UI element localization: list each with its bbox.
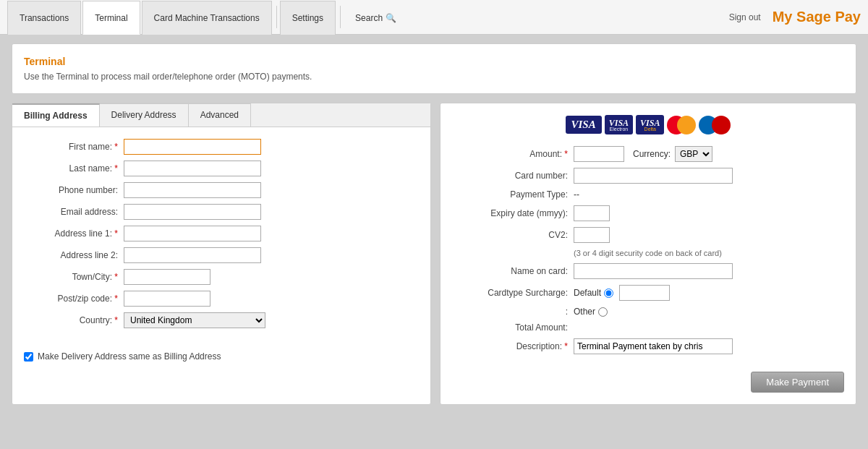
address1-row: Address line 1: *: [24, 226, 419, 241]
phone-row: Phone number:: [24, 182, 419, 198]
other-radio[interactable]: [598, 307, 608, 317]
address1-label: Address line 1: *: [24, 228, 118, 239]
make-payment-button[interactable]: Make Payment: [751, 372, 844, 393]
address2-input[interactable]: [124, 247, 261, 263]
tab-terminal[interactable]: Terminal: [82, 1, 140, 35]
cv2-row: CV2:: [452, 227, 844, 243]
cardtype-surcharge-row: Cardtype Surcharge: Default: [452, 285, 844, 301]
postcode-row: Post/zip code: *: [24, 291, 419, 307]
name-on-card-row: Name on card:: [452, 263, 844, 279]
address2-label: Address line 2:: [24, 250, 118, 260]
other-label: Other: [574, 307, 595, 317]
sign-out-link[interactable]: Sign out: [729, 12, 761, 22]
cardtype-surcharge-label: Cardtype Surcharge:: [452, 288, 568, 298]
expiry-label: Expiry date (mmyy):: [452, 208, 568, 218]
top-right-area: Sign out My Sage Pay: [729, 9, 861, 25]
visa-classic-logo: VISA: [566, 116, 602, 134]
first-name-input[interactable]: [124, 139, 261, 155]
town-label: Town/City: *: [24, 272, 118, 282]
delivery-same-label: Make Delivery Address same as Billing Ad…: [38, 351, 221, 362]
billing-tabs: Billing Address Delivery Address Advance…: [12, 103, 430, 127]
tab-transactions[interactable]: Transactions: [7, 1, 81, 35]
currency-label: Currency:: [633, 149, 671, 159]
billing-address-form: First name: * Last name: * Phone number:: [12, 127, 430, 346]
first-name-label: First name: *: [24, 142, 118, 152]
other-colon-label: :: [452, 307, 568, 317]
payment-type-label: Payment Type:: [452, 189, 568, 200]
town-input[interactable]: [124, 269, 210, 285]
description-row: Description: *: [452, 338, 844, 354]
country-label: Country: *: [24, 315, 118, 325]
main-content: Terminal Use the Terminal to process mai…: [0, 35, 868, 414]
required-indicator: *: [114, 142, 118, 152]
payment-type-row: Payment Type: --: [452, 189, 844, 200]
delivery-same-checkbox-row: Make Delivery Address same as Billing Ad…: [12, 346, 430, 367]
email-input[interactable]: [124, 204, 261, 220]
description-label: Description: *: [452, 341, 568, 351]
description-input[interactable]: [574, 338, 733, 354]
other-surcharge-row: : Other: [452, 307, 844, 317]
town-row: Town/City: *: [24, 269, 419, 285]
email-label: Email address:: [24, 207, 118, 217]
mastercard-logo: [667, 116, 696, 134]
amount-label: Amount: *: [452, 149, 568, 159]
last-name-row: Last name: *: [24, 161, 419, 176]
default-radio[interactable]: [604, 288, 613, 298]
tab-advanced[interactable]: Advanced: [189, 103, 251, 127]
phone-label: Phone number:: [24, 185, 118, 195]
cv2-label: CV2:: [452, 230, 568, 240]
brand-logo: My Sage Pay: [773, 9, 861, 25]
tab-card-machine-transactions[interactable]: Card Machine Transactions: [142, 1, 272, 35]
total-amount-label: Total Amount:: [452, 322, 568, 333]
name-on-card-input[interactable]: [574, 263, 733, 279]
maestro-logo: [699, 116, 731, 134]
visa-delta-logo: VISA Delta: [636, 115, 664, 134]
visa-electron-logo: VISA Electron: [605, 115, 633, 134]
right-panel: VISA VISA Electron VISA Delta: [440, 103, 856, 405]
top-navigation: Transactions Terminal Card Machine Trans…: [0, 0, 868, 35]
name-on-card-label: Name on card:: [452, 266, 568, 276]
cv2-input[interactable]: [574, 227, 610, 243]
tab-billing-address[interactable]: Billing Address: [12, 103, 100, 127]
other-radio-item: Other: [574, 307, 608, 317]
left-panel: Billing Address Delivery Address Advance…: [12, 103, 431, 405]
country-row: Country: * United Kingdom: [24, 312, 419, 328]
nav-tabs: Transactions Terminal Card Machine Trans…: [7, 0, 409, 34]
nav-separator-2: [340, 6, 341, 28]
cv2-note: (3 or 4 digit security code on back of c…: [574, 249, 844, 257]
delivery-same-checkbox[interactable]: [24, 352, 33, 362]
tab-settings[interactable]: Settings: [280, 1, 336, 35]
last-name-input[interactable]: [124, 161, 261, 176]
tab-search[interactable]: Search 🔍: [344, 1, 408, 35]
card-logos: VISA VISA Electron VISA Delta: [452, 115, 844, 134]
payment-type-value: --: [574, 189, 579, 200]
surcharge-default-input[interactable]: [619, 285, 670, 301]
page-title: Terminal: [24, 56, 844, 67]
default-radio-item: Default: [574, 288, 613, 298]
first-name-row: First name: *: [24, 139, 419, 155]
default-label: Default: [574, 288, 601, 298]
total-amount-row: Total Amount:: [452, 322, 844, 333]
surcharge-radio-group: Default: [574, 285, 670, 301]
two-column-layout: Billing Address Delivery Address Advance…: [12, 103, 856, 405]
search-icon: 🔍: [386, 13, 396, 23]
nav-separator: [276, 6, 277, 28]
address2-row: Address line 2:: [24, 247, 419, 263]
card-number-row: Card number:: [452, 168, 844, 184]
email-row: Email address:: [24, 204, 419, 220]
page-description: Use the Terminal to process mail order/t…: [24, 72, 844, 82]
expiry-input[interactable]: [574, 205, 610, 221]
expiry-row: Expiry date (mmyy):: [452, 205, 844, 221]
card-number-label: Card number:: [452, 171, 568, 181]
last-name-label: Last name: *: [24, 163, 118, 174]
address1-input[interactable]: [124, 226, 261, 241]
currency-select[interactable]: GBP: [675, 146, 712, 162]
country-select[interactable]: United Kingdom: [124, 312, 265, 328]
amount-row: Amount: * Currency: GBP: [452, 146, 844, 162]
card-number-input[interactable]: [574, 168, 733, 184]
amount-input[interactable]: [574, 146, 624, 162]
phone-input[interactable]: [124, 182, 261, 198]
postcode-input[interactable]: [124, 291, 210, 307]
tab-delivery-address[interactable]: Delivery Address: [100, 103, 189, 127]
page-description-panel: Terminal Use the Terminal to process mai…: [12, 43, 856, 94]
